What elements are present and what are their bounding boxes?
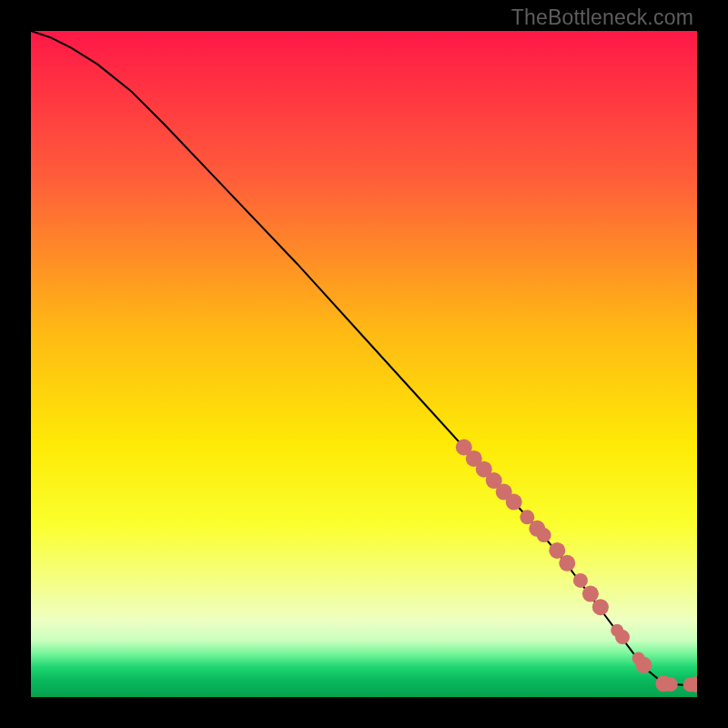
plot-area — [31, 31, 697, 697]
data-point — [506, 494, 522, 511]
data-point — [559, 555, 575, 571]
data-point — [663, 677, 678, 692]
data-point — [573, 573, 588, 588]
data-point — [537, 528, 551, 542]
data-point — [635, 657, 652, 673]
data-point — [615, 630, 630, 644]
data-point — [582, 586, 599, 602]
chart-frame: TheBottleneck.com — [0, 0, 728, 728]
data-point — [592, 599, 609, 615]
watermark-text: TheBottleneck.com — [511, 5, 693, 30]
curve-line — [31, 31, 697, 685]
chart-svg — [31, 31, 697, 697]
dots-group — [456, 440, 697, 693]
